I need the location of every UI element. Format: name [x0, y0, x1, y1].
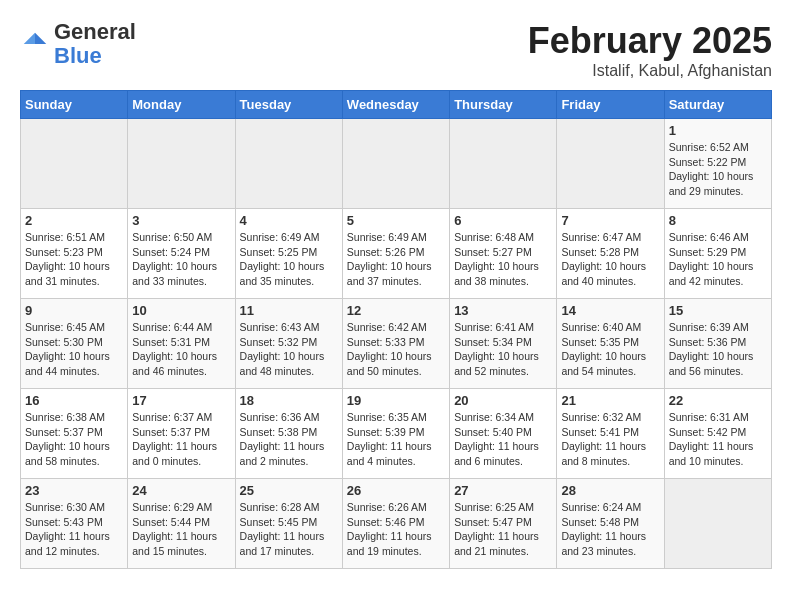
calendar-day-cell: 9Sunrise: 6:45 AM Sunset: 5:30 PM Daylig…	[21, 299, 128, 389]
calendar-day-cell: 26Sunrise: 6:26 AM Sunset: 5:46 PM Dayli…	[342, 479, 449, 569]
day-info: Sunrise: 6:37 AM Sunset: 5:37 PM Dayligh…	[132, 410, 230, 469]
day-number: 23	[25, 483, 123, 498]
calendar-day-cell: 28Sunrise: 6:24 AM Sunset: 5:48 PM Dayli…	[557, 479, 664, 569]
day-info: Sunrise: 6:35 AM Sunset: 5:39 PM Dayligh…	[347, 410, 445, 469]
day-info: Sunrise: 6:24 AM Sunset: 5:48 PM Dayligh…	[561, 500, 659, 559]
day-number: 26	[347, 483, 445, 498]
day-info: Sunrise: 6:39 AM Sunset: 5:36 PM Dayligh…	[669, 320, 767, 379]
calendar-day-cell: 8Sunrise: 6:46 AM Sunset: 5:29 PM Daylig…	[664, 209, 771, 299]
day-of-week-header: Friday	[557, 91, 664, 119]
calendar-day-cell	[128, 119, 235, 209]
day-number: 27	[454, 483, 552, 498]
title-block: February 2025 Istalif, Kabul, Afghanista…	[528, 20, 772, 80]
day-number: 25	[240, 483, 338, 498]
logo: General Blue	[20, 20, 136, 68]
day-info: Sunrise: 6:25 AM Sunset: 5:47 PM Dayligh…	[454, 500, 552, 559]
day-info: Sunrise: 6:51 AM Sunset: 5:23 PM Dayligh…	[25, 230, 123, 289]
day-info: Sunrise: 6:42 AM Sunset: 5:33 PM Dayligh…	[347, 320, 445, 379]
calendar-day-cell: 19Sunrise: 6:35 AM Sunset: 5:39 PM Dayli…	[342, 389, 449, 479]
day-number: 19	[347, 393, 445, 408]
day-info: Sunrise: 6:34 AM Sunset: 5:40 PM Dayligh…	[454, 410, 552, 469]
calendar-week-row: 23Sunrise: 6:30 AM Sunset: 5:43 PM Dayli…	[21, 479, 772, 569]
calendar-day-cell	[235, 119, 342, 209]
day-info: Sunrise: 6:40 AM Sunset: 5:35 PM Dayligh…	[561, 320, 659, 379]
day-of-week-header: Tuesday	[235, 91, 342, 119]
page-header: General Blue February 2025 Istalif, Kabu…	[20, 20, 772, 80]
calendar-day-cell: 24Sunrise: 6:29 AM Sunset: 5:44 PM Dayli…	[128, 479, 235, 569]
calendar-day-cell	[557, 119, 664, 209]
calendar-day-cell: 18Sunrise: 6:36 AM Sunset: 5:38 PM Dayli…	[235, 389, 342, 479]
calendar-day-cell: 7Sunrise: 6:47 AM Sunset: 5:28 PM Daylig…	[557, 209, 664, 299]
day-number: 5	[347, 213, 445, 228]
day-of-week-header: Sunday	[21, 91, 128, 119]
day-info: Sunrise: 6:49 AM Sunset: 5:25 PM Dayligh…	[240, 230, 338, 289]
day-info: Sunrise: 6:46 AM Sunset: 5:29 PM Dayligh…	[669, 230, 767, 289]
location: Istalif, Kabul, Afghanistan	[528, 62, 772, 80]
day-info: Sunrise: 6:44 AM Sunset: 5:31 PM Dayligh…	[132, 320, 230, 379]
day-info: Sunrise: 6:50 AM Sunset: 5:24 PM Dayligh…	[132, 230, 230, 289]
calendar-day-cell: 27Sunrise: 6:25 AM Sunset: 5:47 PM Dayli…	[450, 479, 557, 569]
calendar-day-cell: 23Sunrise: 6:30 AM Sunset: 5:43 PM Dayli…	[21, 479, 128, 569]
calendar-day-cell: 2Sunrise: 6:51 AM Sunset: 5:23 PM Daylig…	[21, 209, 128, 299]
calendar-day-cell: 20Sunrise: 6:34 AM Sunset: 5:40 PM Dayli…	[450, 389, 557, 479]
calendar-day-cell: 3Sunrise: 6:50 AM Sunset: 5:24 PM Daylig…	[128, 209, 235, 299]
day-number: 6	[454, 213, 552, 228]
calendar-week-row: 1Sunrise: 6:52 AM Sunset: 5:22 PM Daylig…	[21, 119, 772, 209]
day-info: Sunrise: 6:38 AM Sunset: 5:37 PM Dayligh…	[25, 410, 123, 469]
day-info: Sunrise: 6:32 AM Sunset: 5:41 PM Dayligh…	[561, 410, 659, 469]
day-of-week-header: Monday	[128, 91, 235, 119]
day-number: 4	[240, 213, 338, 228]
day-info: Sunrise: 6:31 AM Sunset: 5:42 PM Dayligh…	[669, 410, 767, 469]
day-number: 11	[240, 303, 338, 318]
day-of-week-header: Saturday	[664, 91, 771, 119]
calendar-day-cell: 14Sunrise: 6:40 AM Sunset: 5:35 PM Dayli…	[557, 299, 664, 389]
calendar-day-cell: 10Sunrise: 6:44 AM Sunset: 5:31 PM Dayli…	[128, 299, 235, 389]
svg-marker-1	[24, 33, 35, 44]
calendar-week-row: 16Sunrise: 6:38 AM Sunset: 5:37 PM Dayli…	[21, 389, 772, 479]
calendar-day-cell	[21, 119, 128, 209]
calendar-table: SundayMondayTuesdayWednesdayThursdayFrid…	[20, 90, 772, 569]
day-info: Sunrise: 6:36 AM Sunset: 5:38 PM Dayligh…	[240, 410, 338, 469]
day-info: Sunrise: 6:48 AM Sunset: 5:27 PM Dayligh…	[454, 230, 552, 289]
calendar-day-cell	[664, 479, 771, 569]
calendar-day-cell: 4Sunrise: 6:49 AM Sunset: 5:25 PM Daylig…	[235, 209, 342, 299]
day-number: 14	[561, 303, 659, 318]
svg-marker-0	[35, 33, 46, 44]
day-info: Sunrise: 6:52 AM Sunset: 5:22 PM Dayligh…	[669, 140, 767, 199]
day-info: Sunrise: 6:26 AM Sunset: 5:46 PM Dayligh…	[347, 500, 445, 559]
day-info: Sunrise: 6:28 AM Sunset: 5:45 PM Dayligh…	[240, 500, 338, 559]
day-info: Sunrise: 6:45 AM Sunset: 5:30 PM Dayligh…	[25, 320, 123, 379]
day-number: 13	[454, 303, 552, 318]
day-number: 20	[454, 393, 552, 408]
day-number: 2	[25, 213, 123, 228]
day-info: Sunrise: 6:29 AM Sunset: 5:44 PM Dayligh…	[132, 500, 230, 559]
logo-blue: Blue	[54, 43, 102, 68]
calendar-week-row: 2Sunrise: 6:51 AM Sunset: 5:23 PM Daylig…	[21, 209, 772, 299]
calendar-day-cell: 1Sunrise: 6:52 AM Sunset: 5:22 PM Daylig…	[664, 119, 771, 209]
calendar-week-row: 9Sunrise: 6:45 AM Sunset: 5:30 PM Daylig…	[21, 299, 772, 389]
calendar-day-cell: 15Sunrise: 6:39 AM Sunset: 5:36 PM Dayli…	[664, 299, 771, 389]
day-number: 8	[669, 213, 767, 228]
day-number: 22	[669, 393, 767, 408]
day-info: Sunrise: 6:30 AM Sunset: 5:43 PM Dayligh…	[25, 500, 123, 559]
calendar-day-cell: 13Sunrise: 6:41 AM Sunset: 5:34 PM Dayli…	[450, 299, 557, 389]
day-number: 28	[561, 483, 659, 498]
calendar-header-row: SundayMondayTuesdayWednesdayThursdayFrid…	[21, 91, 772, 119]
day-info: Sunrise: 6:41 AM Sunset: 5:34 PM Dayligh…	[454, 320, 552, 379]
logo-icon	[20, 29, 50, 59]
day-number: 3	[132, 213, 230, 228]
day-info: Sunrise: 6:47 AM Sunset: 5:28 PM Dayligh…	[561, 230, 659, 289]
day-of-week-header: Wednesday	[342, 91, 449, 119]
day-number: 21	[561, 393, 659, 408]
day-info: Sunrise: 6:49 AM Sunset: 5:26 PM Dayligh…	[347, 230, 445, 289]
day-number: 1	[669, 123, 767, 138]
calendar-day-cell: 11Sunrise: 6:43 AM Sunset: 5:32 PM Dayli…	[235, 299, 342, 389]
calendar-day-cell: 17Sunrise: 6:37 AM Sunset: 5:37 PM Dayli…	[128, 389, 235, 479]
day-number: 16	[25, 393, 123, 408]
logo-text: General Blue	[54, 20, 136, 68]
day-number: 17	[132, 393, 230, 408]
day-info: Sunrise: 6:43 AM Sunset: 5:32 PM Dayligh…	[240, 320, 338, 379]
calendar-day-cell: 22Sunrise: 6:31 AM Sunset: 5:42 PM Dayli…	[664, 389, 771, 479]
calendar-day-cell	[450, 119, 557, 209]
day-number: 7	[561, 213, 659, 228]
